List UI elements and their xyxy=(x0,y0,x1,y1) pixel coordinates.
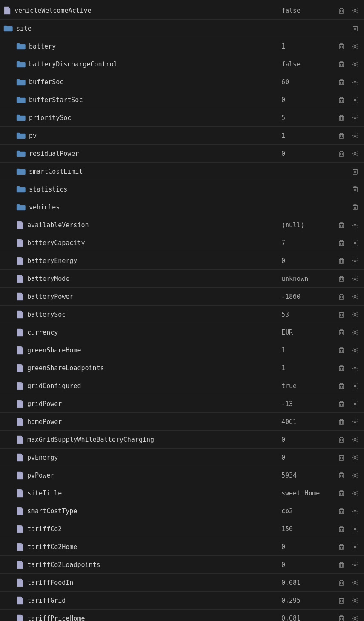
delete-button[interactable] xyxy=(336,346,347,355)
item-actions xyxy=(336,42,361,51)
file-list: vehicleWelcomeActivefalse site battery1 … xyxy=(0,0,364,621)
settings-button[interactable] xyxy=(350,381,361,391)
settings-button[interactable] xyxy=(350,542,361,552)
delete-button[interactable] xyxy=(336,220,347,230)
list-item: batteryEnergy0 xyxy=(0,252,364,270)
delete-button[interactable] xyxy=(336,453,347,462)
item-actions xyxy=(336,578,361,587)
list-item: gridPower-13 xyxy=(0,395,364,413)
settings-button[interactable] xyxy=(350,310,361,319)
settings-button[interactable] xyxy=(350,524,361,534)
delete-button[interactable] xyxy=(336,542,347,552)
delete-button[interactable] xyxy=(350,203,361,212)
file-icon xyxy=(16,471,24,480)
delete-button[interactable] xyxy=(336,507,347,516)
delete-button[interactable] xyxy=(336,60,347,69)
delete-button[interactable] xyxy=(350,185,361,194)
settings-button[interactable] xyxy=(350,578,361,587)
settings-button[interactable] xyxy=(350,614,361,621)
item-label: batteryPower xyxy=(27,293,281,300)
delete-button[interactable] xyxy=(336,310,347,319)
file-icon xyxy=(16,275,24,283)
settings-button[interactable] xyxy=(350,77,361,87)
item-value: 0 xyxy=(281,561,332,569)
svg-rect-116 xyxy=(339,545,344,549)
item-value: co2 xyxy=(281,507,332,515)
settings-button[interactable] xyxy=(350,560,361,569)
item-label: siteTitle xyxy=(27,489,281,497)
settings-button[interactable] xyxy=(350,328,361,337)
delete-button[interactable] xyxy=(336,560,347,569)
delete-button[interactable] xyxy=(350,24,361,33)
item-label: greenShareHome xyxy=(27,346,281,354)
item-actions xyxy=(336,489,361,498)
delete-button[interactable] xyxy=(336,578,347,587)
settings-button[interactable] xyxy=(350,471,361,480)
settings-button[interactable] xyxy=(350,238,361,248)
settings-button[interactable] xyxy=(350,113,361,123)
delete-button[interactable] xyxy=(336,489,347,498)
delete-button[interactable] xyxy=(336,95,347,105)
item-value: 4061 xyxy=(281,418,332,426)
delete-button[interactable] xyxy=(350,167,361,176)
settings-button[interactable] xyxy=(350,60,361,69)
settings-button[interactable] xyxy=(350,489,361,498)
file-icon xyxy=(3,6,11,15)
svg-rect-124 xyxy=(339,581,344,585)
settings-button[interactable] xyxy=(350,507,361,516)
svg-point-22 xyxy=(354,99,356,101)
file-icon xyxy=(16,614,24,621)
delete-button[interactable] xyxy=(336,42,347,51)
item-actions xyxy=(336,95,361,105)
list-item: tariffFeedIn0,081 xyxy=(0,574,364,592)
delete-button[interactable] xyxy=(336,328,347,337)
delete-button[interactable] xyxy=(336,6,347,15)
settings-button[interactable] xyxy=(350,292,361,301)
delete-button[interactable] xyxy=(336,292,347,301)
settings-button[interactable] xyxy=(350,6,361,15)
list-item: pv1 xyxy=(0,127,364,145)
settings-button[interactable] xyxy=(350,453,361,462)
delete-button[interactable] xyxy=(336,256,347,266)
delete-button[interactable] xyxy=(336,435,347,444)
settings-button[interactable] xyxy=(350,596,361,605)
item-value: 1 xyxy=(281,364,332,372)
item-actions xyxy=(336,435,361,444)
settings-button[interactable] xyxy=(350,274,361,283)
list-item: smartCostTypeco2 xyxy=(0,502,364,520)
settings-button[interactable] xyxy=(350,435,361,444)
settings-button[interactable] xyxy=(350,363,361,373)
delete-button[interactable] xyxy=(336,524,347,534)
item-actions xyxy=(350,24,361,33)
delete-button[interactable] xyxy=(336,274,347,283)
delete-button[interactable] xyxy=(336,131,347,140)
settings-button[interactable] xyxy=(350,417,361,426)
item-actions xyxy=(336,453,361,462)
settings-button[interactable] xyxy=(350,42,361,51)
settings-button[interactable] xyxy=(350,256,361,266)
delete-button[interactable] xyxy=(336,381,347,391)
delete-button[interactable] xyxy=(336,363,347,373)
item-label: residualPower xyxy=(29,150,281,157)
delete-button[interactable] xyxy=(336,77,347,87)
delete-button[interactable] xyxy=(336,596,347,605)
settings-button[interactable] xyxy=(350,220,361,230)
delete-button[interactable] xyxy=(336,149,347,158)
delete-button[interactable] xyxy=(336,113,347,123)
delete-button[interactable] xyxy=(336,399,347,409)
folder-icon xyxy=(16,114,26,122)
item-actions xyxy=(336,507,361,516)
settings-button[interactable] xyxy=(350,131,361,140)
item-value: (null) xyxy=(281,221,332,229)
item-label: tariffPriceHome xyxy=(27,615,281,621)
settings-button[interactable] xyxy=(350,399,361,409)
settings-button[interactable] xyxy=(350,95,361,105)
delete-button[interactable] xyxy=(336,417,347,426)
item-label: vehicles xyxy=(29,203,295,211)
item-label: battery xyxy=(29,43,281,50)
delete-button[interactable] xyxy=(336,614,347,621)
settings-button[interactable] xyxy=(350,346,361,355)
settings-button[interactable] xyxy=(350,149,361,158)
delete-button[interactable] xyxy=(336,471,347,480)
delete-button[interactable] xyxy=(336,238,347,248)
